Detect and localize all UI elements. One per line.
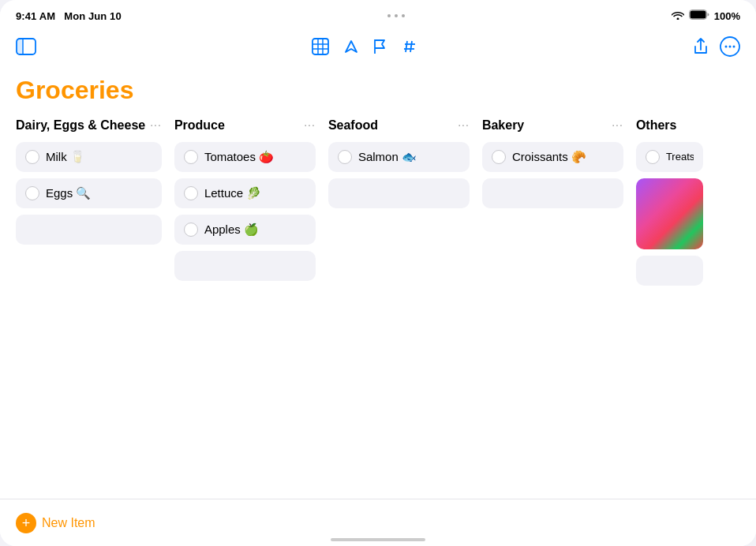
column-header-seafood: Seafood ··· <box>328 118 470 134</box>
dot-2 <box>395 14 398 17</box>
item-label: Croissants 🥐 <box>512 150 614 164</box>
new-item-label: New Item <box>42 516 95 530</box>
dot-3 <box>402 14 405 17</box>
main-content: Groceries Dairy, Eggs & Cheese ··· Milk … <box>0 68 756 546</box>
svg-line-13 <box>410 41 412 52</box>
list-item[interactable]: Lettuce 🥬 <box>174 178 316 208</box>
status-time: 9:41 AM <box>16 10 55 22</box>
list-item-empty <box>174 251 316 281</box>
svg-line-12 <box>406 41 407 52</box>
list-item[interactable]: Tomatoes 🍅 <box>174 142 316 172</box>
column-more-bakery[interactable]: ··· <box>607 118 623 131</box>
column-title-dairy: Dairy, Eggs & Cheese <box>16 118 145 134</box>
item-label: Eggs 🔍 <box>46 186 152 200</box>
column-more-dairy[interactable]: ··· <box>145 118 162 131</box>
item-label: Lettuce 🥬 <box>204 186 306 200</box>
item-checkbox[interactable] <box>25 186 39 200</box>
column-seafood: Seafood ··· Salmon 🐟 <box>328 118 482 493</box>
more-icon[interactable] <box>720 36 740 57</box>
list-item[interactable]: Salmon 🐟 <box>328 142 470 172</box>
list-item[interactable]: Eggs 🔍 <box>16 178 162 208</box>
toolbar <box>0 28 756 68</box>
list-item-empty <box>328 178 470 208</box>
toolbar-center <box>312 38 417 55</box>
column-title-others: Others <box>636 118 723 134</box>
list-item[interactable]: Apples 🍏 <box>174 215 316 245</box>
svg-rect-5 <box>313 39 328 54</box>
item-checkbox[interactable] <box>646 150 660 164</box>
item-checkbox[interactable] <box>184 186 198 200</box>
toolbar-left <box>16 38 36 55</box>
item-label: Apples 🍏 <box>204 223 306 237</box>
list-item-empty <box>482 178 623 208</box>
status-time-date: 9:41 AM Mon Jun 10 <box>16 10 122 22</box>
wifi-icon <box>672 10 684 22</box>
column-more-seafood[interactable]: ··· <box>453 118 470 131</box>
svg-point-15 <box>725 46 728 48</box>
columns-container: Dairy, Eggs & Cheese ··· Milk 🥛 Eggs 🔍 P… <box>16 118 740 493</box>
treats-image <box>636 178 703 249</box>
column-header-produce: Produce ··· <box>174 118 316 134</box>
column-bakery: Bakery ··· Croissants 🥐 <box>482 118 636 493</box>
column-title-bakery: Bakery <box>482 118 607 134</box>
svg-point-16 <box>729 46 732 48</box>
item-label: Tomatoes 🍅 <box>204 150 306 164</box>
status-right: 100% <box>672 9 740 22</box>
column-title-seafood: Seafood <box>328 118 453 134</box>
table-icon[interactable] <box>312 38 329 55</box>
dot-1 <box>387 14 391 17</box>
item-label: Treats for <box>666 151 694 163</box>
column-dairy: Dairy, Eggs & Cheese ··· Milk 🥛 Eggs 🔍 <box>16 118 174 493</box>
column-others: Others Treats for <box>636 118 723 493</box>
device-frame: 9:41 AM Mon Jun 10 <box>0 0 756 546</box>
arrow-up-right-icon[interactable] <box>343 39 359 54</box>
list-item-empty <box>636 256 703 286</box>
list-item[interactable]: Croissants 🥐 <box>482 142 623 172</box>
list-item[interactable]: Treats for <box>636 142 703 172</box>
column-header-others: Others <box>636 118 723 134</box>
status-date: Mon Jun 10 <box>64 10 122 22</box>
battery-percent: 100% <box>714 10 740 22</box>
column-header-bakery: Bakery ··· <box>482 118 623 134</box>
column-produce: Produce ··· Tomatoes 🍅 Lettuce 🥬 Apples … <box>174 118 328 493</box>
status-center-dots <box>387 14 405 17</box>
item-checkbox[interactable] <box>338 150 352 164</box>
hash-icon[interactable] <box>402 39 417 54</box>
flag-icon[interactable] <box>373 39 387 54</box>
list-item[interactable]: Milk 🥛 <box>16 142 162 172</box>
share-icon[interactable] <box>693 38 709 55</box>
item-checkbox[interactable] <box>184 150 198 164</box>
item-checkbox[interactable] <box>492 150 506 164</box>
column-more-produce[interactable]: ··· <box>299 118 316 131</box>
svg-rect-3 <box>17 39 23 54</box>
item-checkbox[interactable] <box>25 150 39 164</box>
column-header-dairy: Dairy, Eggs & Cheese ··· <box>16 118 162 134</box>
column-title-produce: Produce <box>174 118 299 134</box>
svg-point-17 <box>733 46 735 48</box>
item-checkbox[interactable] <box>184 223 198 237</box>
item-label: Milk 🥛 <box>46 150 152 164</box>
new-item-plus-icon: + <box>16 513 36 533</box>
page-title: Groceries <box>16 76 740 105</box>
status-bar: 9:41 AM Mon Jun 10 <box>0 0 756 28</box>
item-label: Salmon 🐟 <box>358 150 460 164</box>
list-item-empty <box>16 215 162 245</box>
toolbar-right <box>693 36 740 57</box>
svg-rect-1 <box>690 11 705 19</box>
battery-icon <box>689 9 709 22</box>
home-indicator <box>331 538 425 541</box>
sidebar-toggle-icon[interactable] <box>16 38 36 55</box>
new-item-button[interactable]: + New Item <box>16 513 95 533</box>
